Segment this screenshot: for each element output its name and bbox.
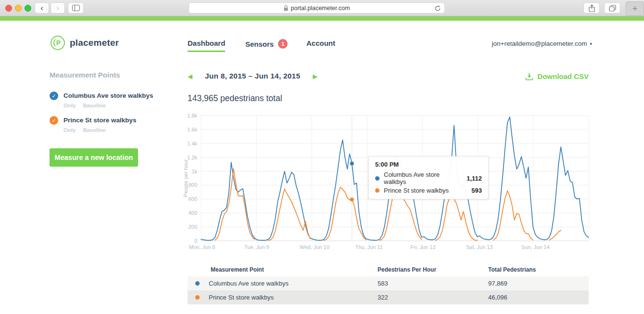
pedestrians-total-heading: 143,965 pedestrians total	[188, 93, 282, 104]
tab-sensors[interactable]: Sensors 1	[245, 39, 288, 49]
url-text: portal.placemeter.com	[291, 5, 350, 12]
placemeter-logo[interactable]: P placemeter	[50, 35, 119, 51]
tooltip-series-label: Prince St store walkbys	[384, 187, 449, 194]
x-tick-label: Tue, Jun 9	[244, 244, 269, 250]
y-tick-label: 1.8k	[187, 113, 197, 118]
measurement-points-table: Measurement Point Pedestrians Per Hour T…	[188, 263, 589, 304]
tab-dashboard[interactable]: Dashboard	[188, 39, 225, 52]
share-icon	[589, 4, 595, 12]
measure-new-location-button[interactable]: Measure a new location	[50, 148, 138, 167]
forward-button[interactable]: ›	[51, 2, 65, 13]
brand-accent-bar	[0, 16, 644, 21]
row-label: Prince St store walkbys	[209, 294, 274, 301]
sidebar-toggle-button[interactable]	[68, 2, 84, 13]
x-tick-label: Sat, Jun 13	[466, 244, 493, 250]
account-email-text: jon+retaildemo@placemeter.com	[492, 40, 587, 47]
svg-text:P: P	[56, 39, 61, 47]
column-header: Total Pedestrians	[488, 266, 589, 273]
minimize-button[interactable]	[15, 5, 22, 12]
measurement-points-heading: Measurement Points	[50, 71, 120, 79]
y-tick-label: 1.4k	[187, 141, 197, 146]
chart-tooltip: 5:00 PM Columbus Ave store walkbys 1,112…	[368, 156, 489, 199]
measurement-point-columbus[interactable]: ✓ Columbus Ave store walkbys Only Baseli…	[50, 92, 153, 108]
sidebar-icon	[72, 5, 80, 11]
series-dot-icon	[195, 281, 200, 286]
y-tick-label: 1.2k	[187, 155, 197, 160]
hover-point-marker	[350, 161, 354, 165]
brand-name: placemeter	[70, 38, 119, 48]
y-tick-label: 0	[194, 238, 197, 244]
x-tick-label: Fri, Jun 12	[411, 244, 436, 250]
table-header-row: Measurement Point Pedestrians Per Hour T…	[188, 263, 589, 276]
y-tick-label: 600	[189, 196, 197, 202]
address-bar[interactable]: portal.placemeter.com	[189, 2, 445, 13]
pedestrians-per-hour-value: 583	[378, 280, 488, 287]
baseline-toggle[interactable]: Baseline	[83, 127, 106, 133]
y-tick-label: 800	[189, 182, 197, 188]
y-tick-label: 1.6k	[187, 127, 197, 132]
safari-window: ‹ › portal.placemeter.com	[0, 0, 644, 314]
measurement-point-prince[interactable]: ✓ Prince St store walkbys Only Baseline	[50, 116, 137, 133]
column-header: Pedestrians Per Hour	[378, 266, 488, 273]
check-icon[interactable]: ✓	[50, 92, 58, 100]
back-button[interactable]: ‹	[35, 2, 49, 13]
series-line	[493, 191, 533, 240]
tabs-icon	[609, 5, 616, 12]
download-csv-link[interactable]: Download CSV	[525, 72, 589, 80]
table-row[interactable]: Prince St store walkbys 322 46,096	[188, 290, 589, 304]
tooltip-time: 5:00 PM	[375, 161, 482, 168]
new-tab-button[interactable]: +	[626, 1, 644, 16]
share-button[interactable]	[583, 2, 600, 13]
only-toggle[interactable]: Only	[63, 103, 76, 108]
download-csv-label: Download CSV	[537, 72, 589, 80]
measurement-point-label: Columbus Ave store walkbys	[63, 92, 153, 100]
tab-overview-button[interactable]	[604, 2, 620, 13]
sensors-count-badge: 1	[278, 39, 288, 49]
total-pedestrians-value: 46,096	[488, 294, 589, 301]
series-line	[436, 196, 478, 241]
fullscreen-button[interactable]	[25, 5, 31, 12]
x-tick-label: Mon, Jun 8	[189, 244, 215, 250]
y-tick-label: 200	[189, 224, 197, 230]
table-row[interactable]: Columbus Ave store walkbys 583 97,869	[188, 276, 589, 290]
download-icon	[525, 73, 533, 80]
x-tick-label: Sun, Jun 14	[521, 244, 550, 250]
tab-account[interactable]: Account	[306, 39, 335, 47]
pedestrians-per-hour-value: 322	[378, 294, 488, 301]
tooltip-series-value: 1,112	[467, 175, 482, 182]
y-axis-label: People per hour	[183, 159, 189, 197]
series-line	[268, 189, 310, 240]
only-toggle[interactable]: Only	[63, 127, 76, 133]
placemeter-logo-icon: P	[50, 35, 65, 51]
column-header: Measurement Point	[188, 266, 378, 273]
tooltip-row: Columbus Ave store walkbys 1,112	[375, 171, 482, 185]
tab-sensors-label: Sensors	[245, 40, 274, 48]
browser-toolbar: ‹ › portal.placemeter.com	[0, 0, 644, 16]
baseline-toggle[interactable]: Baseline	[83, 103, 106, 108]
measurement-point-label: Prince St store walkbys	[63, 116, 137, 125]
date-range-nav: ◀ Jun 8, 2015 – Jun 14, 2015 ▶	[188, 72, 317, 80]
lock-icon	[284, 5, 288, 11]
series-dot-icon	[375, 188, 379, 193]
total-pedestrians-value: 97,869	[488, 280, 589, 287]
x-tick-label: Wed, Jun 10	[300, 244, 329, 250]
tooltip-row: Prince St store walkbys 593	[375, 187, 482, 194]
row-label: Columbus Ave store walkbys	[209, 280, 289, 287]
check-icon[interactable]: ✓	[50, 116, 58, 125]
y-tick-label: 400	[189, 210, 197, 216]
previous-week-arrow[interactable]: ◀	[188, 73, 192, 79]
y-tick-label: 1k	[191, 169, 197, 174]
tooltip-series-label: Columbus Ave store walkbys	[384, 171, 462, 185]
chevron-down-icon: ▾	[590, 41, 592, 46]
close-button[interactable]	[5, 5, 12, 12]
tooltip-series-value: 593	[471, 187, 482, 194]
next-week-arrow[interactable]: ▶	[313, 73, 317, 79]
series-line	[215, 169, 254, 240]
series-dot-icon	[195, 295, 200, 300]
x-tick-label: Thu, Jun 11	[355, 244, 382, 250]
account-menu[interactable]: jon+retaildemo@placemeter.com ▾	[492, 40, 592, 47]
date-range-label: Jun 8, 2015 – Jun 14, 2015	[205, 72, 300, 80]
refresh-icon[interactable]	[434, 5, 441, 12]
hover-point-marker	[350, 197, 354, 201]
series-dot-icon	[375, 176, 379, 181]
